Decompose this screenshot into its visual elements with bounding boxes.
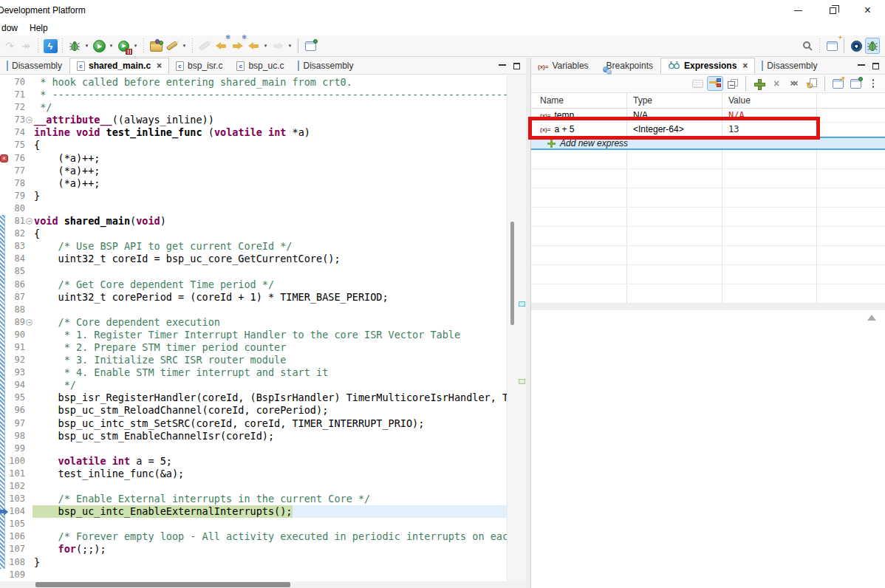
code-line[interactable]: 109 xyxy=(0,569,507,581)
code-text[interactable]: */ xyxy=(33,379,507,392)
back-icon[interactable] xyxy=(246,38,261,54)
line-number[interactable]: 99 xyxy=(7,442,25,455)
code-line[interactable]: 103 /* Enable External interrupts in the… xyxy=(0,493,507,505)
vertical-scrollbar[interactable] xyxy=(507,75,517,581)
view-menu-icon[interactable] xyxy=(865,76,881,91)
line-number[interactable]: 93 xyxy=(7,366,25,379)
code-text[interactable]: bsp_uc_intc_EnableExternalInterrupts(); xyxy=(33,505,507,518)
gutter-marker-column[interactable] xyxy=(0,505,7,518)
line-number[interactable]: 79 xyxy=(7,190,25,202)
gutter-marker-column[interactable] xyxy=(0,304,7,316)
gutter-marker-column[interactable] xyxy=(0,190,7,202)
code-text[interactable]: /* Core dependent execution xyxy=(33,316,507,329)
line-number[interactable]: 83 xyxy=(7,240,25,253)
code-line[interactable]: 89 /* Core dependent execution xyxy=(0,316,507,329)
code-text[interactable]: /* Use BSP API to get current CoreId */ xyxy=(33,240,507,253)
gutter-marker-column[interactable] xyxy=(0,165,7,177)
gutter-marker-column[interactable] xyxy=(0,442,7,455)
gutter-marker-column[interactable] xyxy=(0,468,7,480)
code-text[interactable] xyxy=(33,304,507,316)
gutter-marker-column[interactable] xyxy=(0,76,7,89)
search-pen-icon[interactable] xyxy=(165,38,180,54)
dropdown-arrow-icon[interactable]: ▼ xyxy=(287,44,293,48)
code-line[interactable]: 80 xyxy=(0,202,507,215)
code-line[interactable]: 96 bsp_uc_stm_ReloadChannel(coreId, core… xyxy=(0,404,507,417)
pin-view-icon[interactable] xyxy=(847,76,864,91)
tab-disassembly[interactable]: Disassembly xyxy=(291,58,361,74)
code-line[interactable]: 88 xyxy=(0,304,507,316)
line-number[interactable]: 105 xyxy=(7,518,25,530)
cpp-perspective-icon[interactable] xyxy=(849,38,864,54)
code-line[interactable]: 82{ xyxy=(0,228,507,240)
code-line[interactable]: 72 */ xyxy=(0,101,507,114)
code-text[interactable]: (*a)++; xyxy=(33,165,507,177)
menu-item-dow[interactable]: dow xyxy=(0,21,24,35)
expression-details-pane[interactable] xyxy=(531,310,885,588)
tab-disassembly[interactable]: Disassembly xyxy=(755,58,824,74)
maximize-view-icon[interactable] xyxy=(513,63,520,69)
line-number[interactable]: 74 xyxy=(7,126,25,139)
gutter-marker-column[interactable] xyxy=(0,366,7,379)
code-line[interactable]: 70 * hook called before entering shared_… xyxy=(0,76,507,89)
code-text[interactable]: test_inline_func(&a); xyxy=(33,468,507,480)
gutter-marker-column[interactable] xyxy=(0,493,7,505)
code-text[interactable]: bsp_uc_stm_EnableChannelIsr(coreId); xyxy=(33,430,507,442)
code-line[interactable]: 92 * 3. Initialize SRC ISR router module xyxy=(0,354,507,366)
maximize-view-icon[interactable] xyxy=(872,63,879,69)
code-text[interactable]: * 4. Enable STM timer interrupt and star… xyxy=(33,366,507,379)
gutter-marker-column[interactable] xyxy=(0,543,7,555)
fold-collapse-icon[interactable] xyxy=(26,117,33,123)
dropdown-arrow-icon[interactable]: ▼ xyxy=(132,44,139,48)
minimize-view-icon[interactable] xyxy=(499,64,506,66)
code-text[interactable]: (*a)++; xyxy=(33,152,507,165)
code-line[interactable]: 104 bsp_uc_intc_EnableExternalInterrupts… xyxy=(0,505,507,518)
horizontal-scrollbar-thumb[interactable] xyxy=(35,582,290,587)
gutter-marker-column[interactable] xyxy=(0,556,7,569)
remove-all-expressions-icon[interactable]: ×× xyxy=(786,76,802,91)
scroll-up-arrow-icon[interactable] xyxy=(867,315,876,321)
expression-name-cell[interactable]: (x)=temp xyxy=(531,109,627,122)
code-text[interactable]: (*a)++; xyxy=(33,177,507,190)
line-number[interactable]: 98 xyxy=(7,430,25,442)
open-perspective-icon[interactable]: + xyxy=(824,38,839,54)
overview-ruler[interactable] xyxy=(517,75,526,581)
expression-type-cell[interactable]: N/A xyxy=(627,109,722,122)
code-editor[interactable]: 70 * hook called before entering shared_… xyxy=(0,75,526,581)
code-line[interactable]: 98 bsp_uc_stm_EnableChannelIsr(coreId); xyxy=(0,430,507,442)
code-text[interactable]: /* Enable External interrupts in the cur… xyxy=(33,493,507,505)
line-number[interactable]: 91 xyxy=(7,341,25,354)
fold-collapse-icon[interactable] xyxy=(26,319,33,326)
tab-disassembly[interactable]: Disassembly xyxy=(0,58,69,74)
gutter-marker-column[interactable] xyxy=(0,139,7,151)
code-line[interactable]: 93 * 4. Enable STM timer interrupt and s… xyxy=(0,366,507,379)
line-number[interactable]: 90 xyxy=(7,329,25,341)
collapse-all-icon[interactable] xyxy=(725,76,741,91)
code-line[interactable]: 97 bsp_uc_intc_stm_SetSRC(coreId, coreId… xyxy=(0,417,507,430)
line-number[interactable]: 81 xyxy=(7,215,25,228)
debug-perspective-icon[interactable] xyxy=(865,38,880,54)
code-text[interactable]: uint32_t corePeriod = (coreId + 1) * TIM… xyxy=(33,291,507,304)
tab-shared-main-c[interactable]: cshared_main.c× xyxy=(69,58,169,74)
code-line[interactable]: 83 /* Use BSP API to get current CoreId … xyxy=(0,240,507,253)
gutter-marker-column[interactable] xyxy=(0,480,7,493)
gutter-marker-column[interactable] xyxy=(0,329,7,341)
code-line[interactable]: 86 /* Get Core dependent Time period */ xyxy=(0,278,507,291)
fold-collapse-icon[interactable] xyxy=(26,218,33,225)
code-line[interactable]: 75{ xyxy=(0,139,507,151)
gutter-marker-column[interactable] xyxy=(0,278,7,291)
overview-marker-highlight[interactable] xyxy=(519,379,525,384)
dropdown-arrow-icon[interactable]: ▼ xyxy=(262,44,269,48)
line-number[interactable]: 108 xyxy=(7,556,25,569)
code-text[interactable]: * hook called before entering shared_mai… xyxy=(33,76,507,89)
code-line[interactable]: 106 /* Forever empty loop - All activity… xyxy=(0,530,507,543)
code-text[interactable] xyxy=(33,518,507,530)
line-number[interactable]: 70 xyxy=(7,76,25,89)
details-pane-separator[interactable] xyxy=(531,304,885,310)
code-text[interactable]: { xyxy=(33,228,507,240)
dropdown-arrow-icon[interactable]: ▼ xyxy=(181,44,188,48)
code-text[interactable]: bsp_isr_RegisterHandler(coreId, (BspIsrH… xyxy=(33,392,507,404)
code-line[interactable]: 81void shared_main(void) xyxy=(0,215,507,228)
line-number[interactable]: 101 xyxy=(7,468,25,480)
minimize-button[interactable] xyxy=(781,0,816,21)
code-line[interactable]: 91 * 2. Prepare STM timer period counter xyxy=(0,341,507,354)
